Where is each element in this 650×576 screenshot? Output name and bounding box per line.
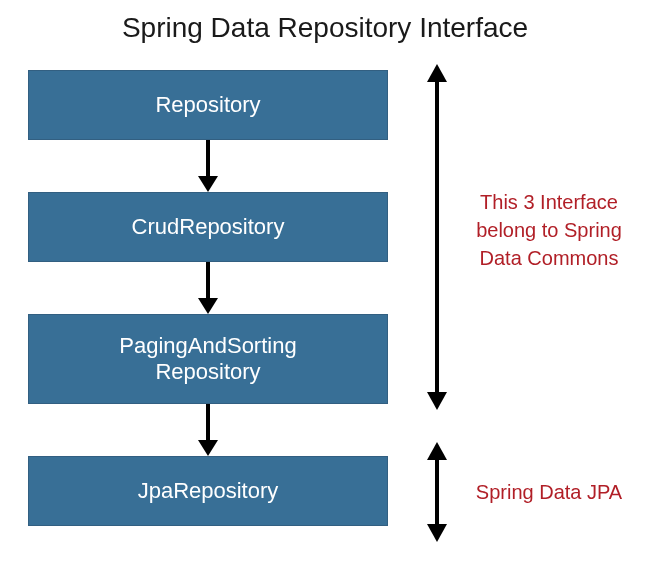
svg-marker-1 <box>198 176 218 192</box>
svg-marker-10 <box>427 442 447 460</box>
box-jpa-repository: JpaRepository <box>28 456 388 526</box>
box-jpa-repository-label: JpaRepository <box>138 478 279 504</box>
box-repository: Repository <box>28 70 388 140</box>
box-crud-repository: CrudRepository <box>28 192 388 262</box>
annotation-commons-line2: belong to Spring <box>476 219 622 241</box>
page-title: Spring Data Repository Interface <box>0 0 650 44</box>
annotation-commons-line3: Data Commons <box>480 247 619 269</box>
svg-marker-5 <box>198 440 218 456</box>
arrow-down-icon <box>28 140 388 192</box>
svg-marker-7 <box>427 64 447 82</box>
annotation-commons-line1: This 3 Interface <box>480 191 618 213</box>
double-arrow-icon <box>424 442 450 542</box>
box-crud-repository-label: CrudRepository <box>132 214 285 240</box>
annotation-jpa: Spring Data JPA <box>464 478 634 506</box>
svg-marker-8 <box>427 392 447 410</box>
paging-line1: PagingAndSorting <box>119 333 296 358</box>
svg-marker-11 <box>427 524 447 542</box>
annotation-commons: This 3 Interface belong to Spring Data C… <box>464 188 634 272</box>
box-repository-label: Repository <box>155 92 260 118</box>
hierarchy-column: Repository CrudRepository PagingAndSorti… <box>28 70 388 526</box>
annotation-jpa-label: Spring Data JPA <box>476 481 622 503</box>
svg-marker-3 <box>198 298 218 314</box>
arrow-down-icon <box>28 262 388 314</box>
double-arrow-icon <box>424 64 450 410</box>
box-paging-sorting-repository: PagingAndSorting Repository <box>28 314 388 404</box>
paging-line2: Repository <box>155 359 260 384</box>
box-paging-sorting-repository-label: PagingAndSorting Repository <box>119 333 296 386</box>
arrow-down-icon <box>28 404 388 456</box>
